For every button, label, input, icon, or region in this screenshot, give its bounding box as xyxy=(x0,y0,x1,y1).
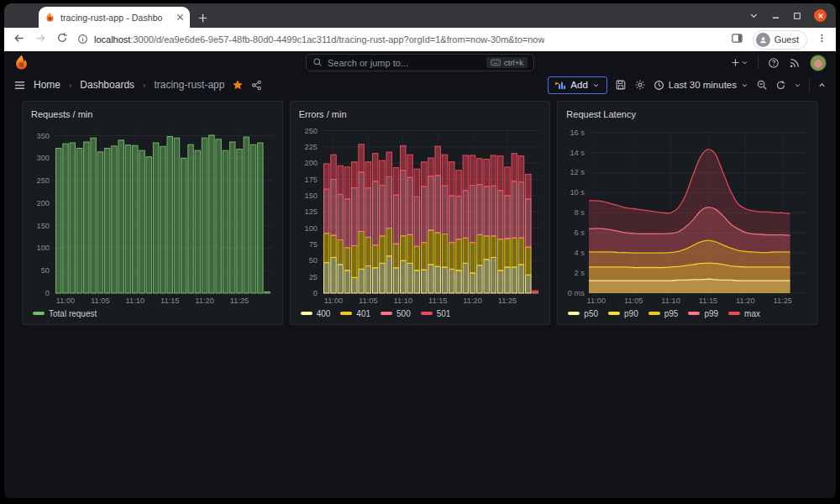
svg-text:16 s: 16 s xyxy=(570,129,585,137)
legend-item[interactable]: p50 xyxy=(568,309,598,318)
window-maximize-icon[interactable] xyxy=(793,8,801,24)
back-button[interactable] xyxy=(13,32,25,48)
legend-label: 401 xyxy=(356,309,370,318)
svg-text:250: 250 xyxy=(36,176,50,185)
legend-item[interactable]: 401 xyxy=(340,309,370,318)
legend-color-swatch xyxy=(301,312,312,315)
svg-text:200: 200 xyxy=(304,159,318,167)
svg-text:150: 150 xyxy=(36,222,50,230)
svg-text:11:25: 11:25 xyxy=(497,297,517,305)
new-tab-button[interactable] xyxy=(197,13,208,24)
browser-toolbar: localhost:3000/d/ea9e6de6-9e57-48fb-80d0… xyxy=(4,28,836,51)
tab-panel-icon[interactable] xyxy=(731,32,743,48)
legend-label: max xyxy=(744,309,760,318)
legend-item[interactable]: 500 xyxy=(381,309,411,318)
browser-window: tracing-rust-app - Dashbo localhost:3000… xyxy=(4,3,836,498)
legend-item[interactable]: 501 xyxy=(421,309,451,318)
svg-text:11:20: 11:20 xyxy=(463,297,482,305)
save-dashboard-icon[interactable] xyxy=(615,79,627,91)
chevron-down-icon xyxy=(741,81,748,89)
forward-button[interactable] xyxy=(34,32,47,48)
address-bar[interactable]: localhost:3000/d/ea9e6de6-9e57-48fb-80d0… xyxy=(77,34,722,46)
svg-text:6 s: 6 s xyxy=(575,228,585,237)
dashboard-grid: Requests / min 05010015020025030035011:0… xyxy=(4,96,836,325)
legend-label: p50 xyxy=(584,309,598,318)
svg-text:11:05: 11:05 xyxy=(359,297,378,305)
profile-avatar-icon xyxy=(756,33,770,47)
requests-chart[interactable]: 05010015020025030035011:0011:0511:1011:1… xyxy=(27,123,278,307)
svg-text:11:10: 11:10 xyxy=(393,297,412,305)
legend-item[interactable]: p90 xyxy=(608,309,638,318)
breadcrumb-separator: › xyxy=(142,81,146,90)
window-minimize-icon[interactable] xyxy=(771,8,780,24)
breadcrumb-dashboards[interactable]: Dashboards xyxy=(80,79,134,91)
window-close-button[interactable] xyxy=(814,9,827,22)
search-shortcut-chip: ctrl+k xyxy=(486,57,528,68)
keyboard-icon xyxy=(491,59,501,66)
svg-text:11:00: 11:00 xyxy=(587,297,606,305)
latency-chart[interactable]: 0 ms2 s4 s6 s8 s10 s12 s14 s16 s11:0011:… xyxy=(562,123,813,307)
legend-color-swatch xyxy=(340,312,352,315)
new-menu-button[interactable] xyxy=(730,57,748,68)
legend-color-swatch xyxy=(608,312,620,315)
search-shortcut-label: ctrl+k xyxy=(504,58,523,67)
news-icon[interactable] xyxy=(789,57,801,69)
grafana-favicon-icon xyxy=(45,12,55,23)
refresh-interval-chevron[interactable] xyxy=(794,81,801,89)
svg-text:11:10: 11:10 xyxy=(126,297,145,305)
panel-title[interactable]: Request Latency xyxy=(558,102,817,123)
add-button[interactable]: Add xyxy=(548,76,606,94)
breadcrumb-current: tracing-rust-app xyxy=(154,79,224,91)
legend-color-swatch xyxy=(728,312,740,315)
help-icon[interactable] xyxy=(768,57,780,69)
grafana-logo[interactable] xyxy=(13,55,29,71)
reload-button[interactable] xyxy=(56,32,68,47)
legend-label: p99 xyxy=(704,309,718,318)
refresh-button[interactable] xyxy=(775,80,786,91)
legend-item[interactable]: 400 xyxy=(301,309,331,318)
svg-text:14 s: 14 s xyxy=(570,149,585,157)
clock-icon xyxy=(654,80,664,91)
panel-title[interactable]: Requests / min xyxy=(23,102,282,123)
svg-text:100: 100 xyxy=(36,244,50,252)
zoom-out-icon[interactable] xyxy=(756,79,768,91)
legend-color-swatch xyxy=(568,312,580,315)
add-button-label: Add xyxy=(570,80,587,90)
legend-label: p95 xyxy=(664,309,679,318)
svg-text:0: 0 xyxy=(313,289,318,297)
browser-tab[interactable]: tracing-rust-app - Dashbo xyxy=(39,7,190,28)
user-avatar[interactable] xyxy=(810,55,827,71)
search-input[interactable]: Search or jump to... ctrl+k xyxy=(306,54,534,71)
svg-text:75: 75 xyxy=(308,240,317,249)
browser-menu-icon[interactable] xyxy=(816,32,827,47)
favorite-star-icon[interactable] xyxy=(232,79,244,91)
mega-menu-icon[interactable] xyxy=(13,79,26,92)
breadcrumb-home[interactable]: Home xyxy=(34,79,60,91)
site-info-icon[interactable] xyxy=(77,34,88,46)
legend-item[interactable]: p99 xyxy=(688,309,718,318)
legend-item[interactable]: max xyxy=(728,309,760,318)
svg-text:50: 50 xyxy=(308,256,317,265)
tab-close-icon[interactable] xyxy=(176,13,184,21)
legend-item[interactable]: Total request xyxy=(33,309,97,318)
profile-button[interactable]: Guest xyxy=(753,30,807,50)
grafana-nav-actions xyxy=(730,55,827,71)
dashboard-settings-icon[interactable] xyxy=(634,79,646,91)
svg-text:11:15: 11:15 xyxy=(160,297,180,305)
svg-text:11:25: 11:25 xyxy=(230,297,249,305)
share-icon[interactable] xyxy=(251,80,262,91)
svg-text:11:20: 11:20 xyxy=(195,297,214,305)
svg-text:25: 25 xyxy=(308,273,317,281)
svg-text:0 ms: 0 ms xyxy=(568,289,585,297)
errors-chart[interactable]: 025507510012515017520022525011:0011:0511… xyxy=(295,123,546,307)
panel-request-latency: Request Latency 0 ms2 s4 s6 s8 s10 s12 s… xyxy=(557,101,818,325)
panel-title[interactable]: Errors / min xyxy=(291,102,550,123)
collapse-nav-icon[interactable] xyxy=(817,81,827,90)
svg-text:100: 100 xyxy=(304,224,318,233)
svg-text:350: 350 xyxy=(36,132,50,140)
svg-text:125: 125 xyxy=(304,207,318,216)
window-menu-chevron-icon[interactable] xyxy=(749,8,759,24)
time-range-picker[interactable]: Last 30 minutes xyxy=(654,80,748,91)
legend-item[interactable]: p95 xyxy=(648,309,679,318)
search-icon xyxy=(312,57,323,69)
